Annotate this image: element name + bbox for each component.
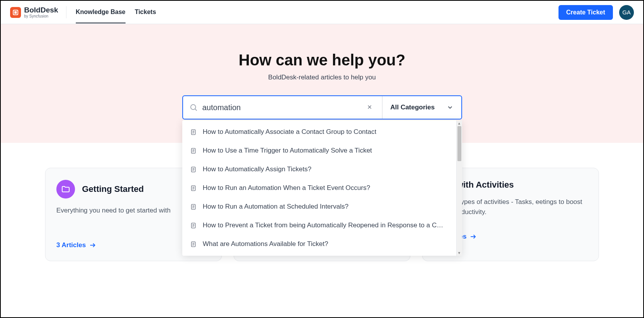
suggestion-item[interactable]: How to Automatically Assign Tickets? — [182, 160, 456, 179]
suggestions-dropdown: How to Automatically Associate a Contact… — [182, 120, 462, 256]
suggestion-text: How to Run a Automation at Scheduled Int… — [203, 203, 349, 211]
document-icon — [190, 241, 197, 248]
suggestion-item[interactable]: How to Run a Automation at Scheduled Int… — [182, 197, 456, 216]
logo-text: BoldDesk by Syncfusion — [24, 6, 58, 18]
chevron-down-icon — [447, 104, 454, 111]
suggestion-text: How to Use a Time Trigger to Automatical… — [203, 147, 372, 155]
clear-search-button[interactable] — [363, 102, 376, 114]
suggestion-item[interactable]: How to Prevent a Ticket from being Autom… — [182, 216, 456, 235]
suggestion-item[interactable]: What are Automations Available for Ticke… — [182, 235, 456, 253]
document-icon — [190, 222, 197, 229]
search-input[interactable] — [202, 103, 359, 112]
logo[interactable]: BoldDesk by Syncfusion — [10, 6, 66, 18]
document-icon — [190, 166, 197, 173]
search-box: All Categories — [182, 95, 462, 119]
svg-line-2 — [195, 109, 197, 111]
category-selector[interactable]: All Categories — [382, 96, 461, 119]
logo-sub: by Syncfusion — [24, 14, 58, 18]
hero: How can we help you? BoldDesk-related ar… — [1, 24, 643, 143]
header: BoldDesk by Syncfusion Knowledge Base Ti… — [1, 1, 643, 24]
search-wrap: All Categories How to Automatically Asso… — [182, 95, 462, 119]
suggestion-item[interactable]: How to Automatically Associate a Contact… — [182, 123, 456, 141]
document-icon — [190, 148, 197, 154]
suggestion-item[interactable]: How to Use a Time Trigger to Automatical… — [182, 141, 456, 160]
close-icon — [367, 104, 373, 110]
suggestion-text: How to Automatically Assign Tickets? — [203, 165, 312, 173]
search-left — [183, 96, 382, 119]
hero-title: How can we help you? — [1, 51, 643, 69]
card-articles-link[interactable]: 3 Articles — [56, 241, 96, 249]
document-icon — [190, 129, 197, 135]
scrollbar[interactable]: ▲ ▼ — [456, 120, 462, 256]
search-icon — [189, 103, 198, 112]
svg-point-1 — [190, 105, 195, 110]
header-right: Create Ticket GA — [558, 5, 634, 20]
hero-subtitle: BoldDesk-related articles to help you — [1, 74, 643, 81]
nav-tabs: Knowledge Base Tickets — [76, 2, 156, 23]
folder-icon — [56, 180, 75, 199]
suggestion-item[interactable]: How to Run an Automation When a Ticket E… — [182, 179, 456, 197]
arrow-right-icon — [89, 242, 96, 249]
create-ticket-button[interactable]: Create Ticket — [558, 5, 613, 20]
tab-tickets[interactable]: Tickets — [135, 2, 156, 23]
suggestion-text: How to Automatically Associate a Contact… — [203, 128, 377, 136]
card-count: 3 Articles — [56, 241, 86, 249]
document-icon — [190, 204, 197, 210]
logo-main: BoldDesk — [24, 6, 58, 14]
scroll-down-icon[interactable]: ▼ — [457, 250, 462, 256]
suggestion-list: How to Automatically Associate a Contact… — [182, 120, 456, 256]
suggestion-text: How to Prevent a Ticket from being Autom… — [203, 221, 443, 229]
document-icon — [190, 185, 197, 192]
arrow-right-icon — [469, 233, 476, 240]
logo-icon — [10, 7, 21, 18]
suggestion-text: What are Automations Available for Ticke… — [203, 240, 328, 248]
scroll-up-icon[interactable]: ▲ — [457, 120, 462, 126]
scrollbar-thumb[interactable] — [457, 126, 461, 161]
suggestion-text: How to Run an Automation When a Ticket E… — [203, 184, 370, 192]
card-title: Getting Started — [82, 184, 144, 194]
avatar[interactable]: GA — [619, 5, 634, 20]
tab-knowledge-base[interactable]: Knowledge Base — [76, 2, 126, 23]
category-label: All Categories — [390, 104, 435, 111]
